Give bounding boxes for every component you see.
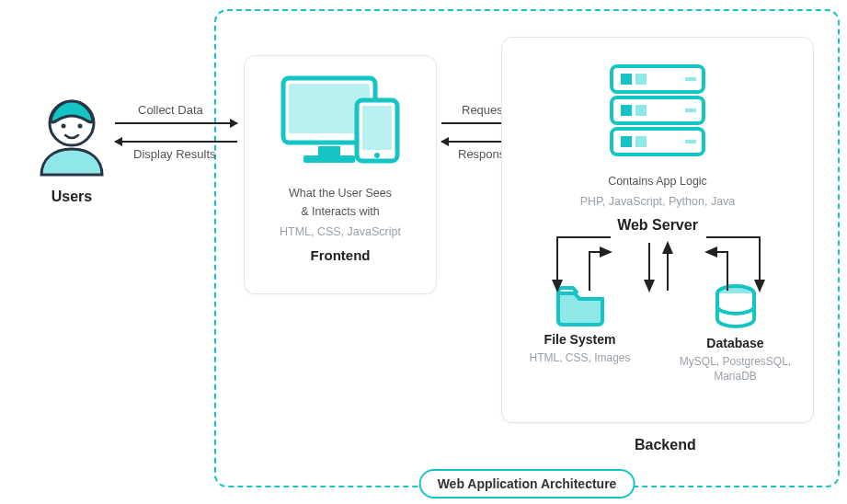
backend-label: Backend	[635, 437, 696, 453]
backend-connectors	[502, 235, 815, 318]
svg-rect-19	[685, 77, 696, 81]
svg-point-2	[78, 124, 83, 129]
svg-point-9	[374, 153, 380, 158]
svg-rect-21	[685, 140, 696, 143]
server-tech: PHP, JavaScript, Python, Java	[502, 195, 813, 208]
svg-rect-8	[362, 106, 392, 150]
user-avatar-icon	[33, 92, 110, 179]
web-server-title: Web Server	[502, 217, 813, 234]
frontend-desc-2: & Interacts with	[245, 203, 436, 220]
monitor-tablet-icon	[276, 73, 405, 174]
frontend-desc-1: What the User Sees	[245, 185, 436, 201]
server-desc: Contains App Logic	[502, 173, 813, 189]
flow-label-display: Display Results	[133, 147, 216, 161]
svg-rect-18	[635, 136, 647, 147]
database-title: Database	[667, 336, 805, 350]
frontend-tech: HTML, CSS, JavaScript	[245, 225, 436, 238]
svg-rect-13	[621, 74, 632, 85]
flow-label-request: Request	[462, 103, 506, 117]
server-rack-icon	[602, 61, 713, 162]
svg-point-1	[62, 124, 66, 129]
svg-rect-20	[685, 109, 696, 112]
arrow-display-results	[115, 141, 237, 143]
svg-rect-5	[318, 146, 340, 155]
svg-rect-16	[635, 105, 647, 116]
arrow-collect-data	[115, 122, 237, 124]
users-block: Users	[26, 92, 118, 205]
architecture-title-pill: Web Application Architecture	[419, 469, 635, 498]
frontend-card: What the User Sees & Interacts with HTML…	[244, 55, 437, 294]
frontend-title: Frontend	[245, 247, 436, 263]
backend-card: Contains App Logic PHP, JavaScript, Pyth…	[501, 37, 814, 423]
svg-rect-17	[621, 136, 632, 147]
database-tech: MySQL, PostgresSQL, MariaDB	[667, 354, 805, 384]
file-system-title: File System	[511, 332, 649, 347]
file-system-tech: HTML, CSS, Images	[511, 350, 649, 365]
flow-label-collect: Collect Data	[138, 103, 203, 117]
svg-rect-14	[635, 74, 647, 85]
svg-rect-6	[303, 155, 355, 163]
svg-rect-15	[621, 105, 632, 116]
users-label: Users	[26, 189, 118, 205]
